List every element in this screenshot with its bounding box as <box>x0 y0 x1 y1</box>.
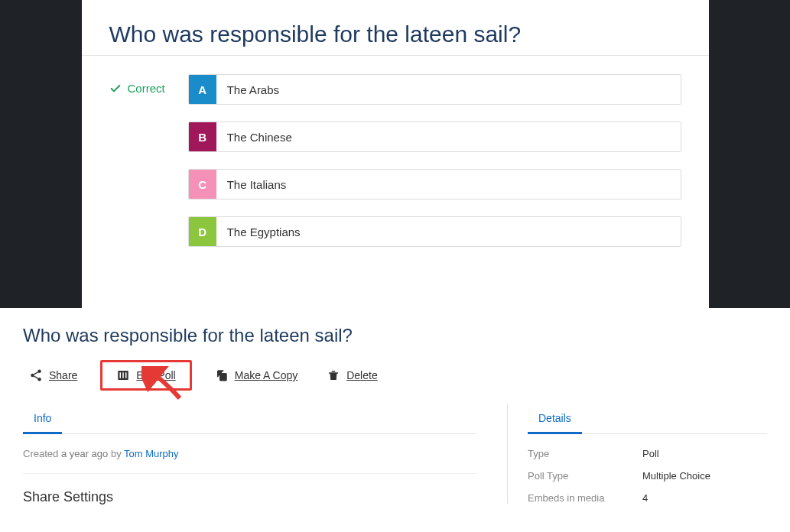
annotation-arrow-icon <box>141 366 187 404</box>
answer-option-a[interactable]: A The Arabs <box>188 74 681 105</box>
share-button[interactable]: Share <box>23 364 83 387</box>
answer-letter: A <box>189 75 216 104</box>
answer-letter: C <box>189 170 216 199</box>
trash-icon <box>327 368 340 382</box>
details-tab-bar: Details <box>528 404 767 434</box>
author-link[interactable]: Tom Murphy <box>124 448 179 459</box>
copy-icon <box>215 368 229 382</box>
tab-info[interactable]: Info <box>23 404 62 434</box>
actions-toolbar: Share Edit Poll Make A Copy Delete <box>23 360 767 391</box>
tab-details[interactable]: Details <box>528 404 582 434</box>
svg-rect-6 <box>125 372 127 378</box>
detail-value: 4 <box>642 492 767 504</box>
answer-text: The Egyptians <box>216 217 681 246</box>
created-by-text: by <box>108 448 124 459</box>
svg-rect-5 <box>123 372 125 378</box>
details-column: Details Type Poll Poll Type Multiple Cho… <box>507 404 767 504</box>
answer-option-b[interactable]: B The Chinese <box>188 122 681 152</box>
answer-text: The Chinese <box>216 122 681 151</box>
page-title: Who was responsible for the lateen sail? <box>23 325 767 346</box>
share-settings-heading: Share Settings <box>23 489 476 505</box>
content-columns: Info Created a year ago by Tom Murphy Sh… <box>23 404 767 505</box>
created-prefix: Created <box>23 448 61 459</box>
poll-card: Who was responsible for the lateen sail?… <box>82 0 709 308</box>
answer-letter: B <box>189 122 216 151</box>
answer-option-c[interactable]: C The Italians <box>188 169 681 200</box>
created-line: Created a year ago by Tom Murphy <box>23 448 476 474</box>
poll-management-panel: Who was responsible for the lateen sail?… <box>0 308 790 513</box>
share-icon <box>29 368 43 382</box>
detail-value: Poll <box>642 448 767 459</box>
poll-question-area: Who was responsible for the lateen sail? <box>82 0 709 56</box>
answer-text: The Arabs <box>216 75 681 104</box>
detail-value: Multiple Choice <box>642 470 767 482</box>
answer-option-d[interactable]: D The Egyptians <box>188 216 681 247</box>
svg-rect-4 <box>120 372 122 378</box>
answers-wrap: Correct A The Arabs B The Chinese C The … <box>82 56 709 308</box>
svg-rect-7 <box>219 374 226 381</box>
check-icon <box>109 83 122 95</box>
poll-icon <box>116 368 130 382</box>
correct-indicator: Correct <box>109 74 165 95</box>
make-copy-label: Make A Copy <box>235 369 298 381</box>
answer-text: The Italians <box>216 170 681 199</box>
detail-label: Embeds in media <box>528 492 642 504</box>
answer-letter: D <box>189 217 216 246</box>
correct-label: Correct <box>128 82 165 95</box>
detail-label: Poll Type <box>528 470 642 482</box>
share-label: Share <box>49 369 77 381</box>
svg-point-1 <box>31 374 34 378</box>
svg-point-0 <box>37 370 41 374</box>
answers-list: A The Arabs B The Chinese C The Italians… <box>188 74 681 247</box>
svg-point-2 <box>37 378 41 381</box>
created-time: a year ago <box>61 448 108 459</box>
poll-question-title: Who was responsible for the lateen sail? <box>109 21 681 47</box>
info-column: Info Created a year ago by Tom Murphy Sh… <box>23 404 507 505</box>
make-copy-button[interactable]: Make A Copy <box>209 364 304 387</box>
delete-label: Delete <box>346 369 377 381</box>
poll-preview-backdrop: Who was responsible for the lateen sail?… <box>0 0 790 308</box>
delete-button[interactable]: Delete <box>320 364 383 387</box>
details-grid: Type Poll Poll Type Multiple Choice Embe… <box>528 448 767 504</box>
info-tab-bar: Info <box>23 404 476 434</box>
detail-label: Type <box>528 448 642 459</box>
